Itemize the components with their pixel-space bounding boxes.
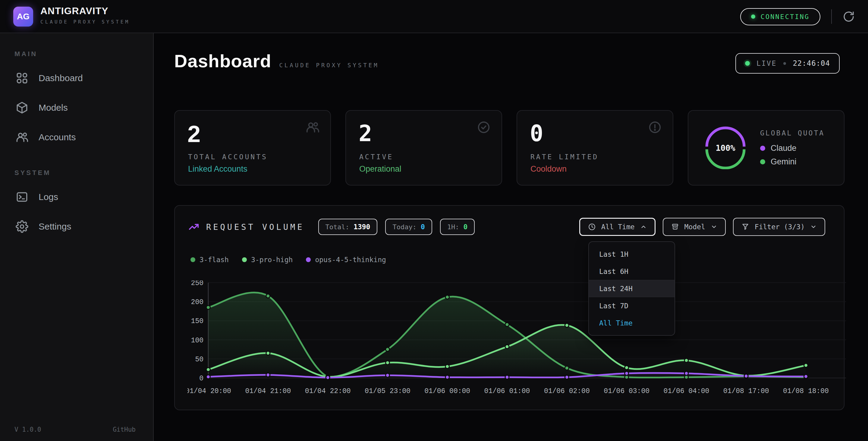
- total-count-badge: Total: 1390: [318, 219, 378, 235]
- dropdown-item-all-time[interactable]: All Time: [589, 314, 675, 331]
- stat-card-active: 2 ACTIVE Operational: [345, 110, 502, 185]
- stat-card-rate-limited: 0 RATE LIMITED Cooldown: [517, 110, 673, 185]
- legend-item-3-pro-high: 3-pro-high: [242, 256, 293, 264]
- sidebar: MAIN Dashboard Models Accounts SYSTEM: [0, 33, 154, 441]
- connection-status-label: CONNECTING: [761, 13, 809, 21]
- stat-value: 2: [359, 120, 372, 146]
- quota-label: GLOBAL QUOTA: [760, 129, 825, 137]
- time-range-button[interactable]: All Time: [579, 218, 655, 236]
- svg-text:01/04 20:00: 01/04 20:00: [187, 387, 231, 395]
- app-title: ANTIGRAVITY: [40, 5, 130, 17]
- main-content: Dashboard CLAUDE PROXY SYSTEM LIVE 22:46…: [154, 33, 868, 441]
- sidebar-section-system: SYSTEM: [14, 169, 153, 177]
- sidebar-item-logs[interactable]: Logs: [0, 182, 153, 212]
- sidebar-item-label: Accounts: [38, 132, 76, 142]
- svg-text:01/08 17:00: 01/08 17:00: [723, 387, 769, 395]
- refresh-icon[interactable]: [843, 10, 855, 23]
- hour-count-badge: 1H: 0: [440, 219, 475, 235]
- svg-text:01/06 04:00: 01/06 04:00: [663, 387, 709, 395]
- live-label: LIVE: [756, 59, 777, 67]
- stat-value: 0: [530, 120, 544, 146]
- check-circle-icon: [477, 120, 491, 134]
- svg-text:250: 250: [191, 281, 204, 287]
- stat-value: 2: [187, 120, 200, 148]
- app-header: AG ANTIGRAVITY CLAUDE PROXY SYSTEM CONNE…: [0, 0, 868, 33]
- users-icon: [16, 131, 28, 144]
- separator-dot-icon: [783, 62, 786, 65]
- sidebar-item-label: Logs: [38, 192, 58, 202]
- dropdown-item-last-24h[interactable]: Last 24H: [589, 280, 675, 297]
- trending-up-icon: [188, 221, 199, 233]
- quota-legend-claude: Claude: [760, 144, 825, 153]
- dropdown-item-last-6h[interactable]: Last 6H: [589, 263, 675, 280]
- clock-icon: [588, 223, 596, 231]
- sidebar-item-label: Settings: [38, 222, 71, 232]
- box-icon: [671, 223, 679, 231]
- legend-item-3-flash: 3-flash: [190, 256, 229, 264]
- sidebar-item-label: Models: [38, 102, 68, 113]
- time-range-dropdown: Last 1H Last 6H Last 24H Last 7D All Tim…: [588, 241, 675, 336]
- sidebar-section-main: MAIN: [14, 50, 153, 58]
- svg-text:50: 50: [195, 356, 204, 363]
- dropdown-item-last-1h[interactable]: Last 1H: [589, 245, 675, 263]
- github-link[interactable]: GitHub: [113, 426, 135, 433]
- series-dot-icon: [306, 257, 311, 262]
- app-subtitle: CLAUDE PROXY SYSTEM: [40, 19, 130, 25]
- series-dot-icon: [190, 257, 195, 262]
- quota-percent: 100%: [704, 126, 747, 169]
- chevron-up-icon: [640, 224, 647, 230]
- svg-text:01/05 23:00: 01/05 23:00: [365, 387, 410, 395]
- svg-text:150: 150: [191, 317, 204, 325]
- chart-title: REQUEST VOLUME: [188, 221, 304, 233]
- svg-text:01/04 22:00: 01/04 22:00: [305, 387, 351, 395]
- funnel-icon: [741, 223, 749, 231]
- terminal-icon: [16, 190, 28, 203]
- live-dot-icon: [745, 61, 750, 66]
- chart-legend: 3-flash 3-pro-high opus-4-5-thinking: [190, 256, 386, 264]
- app-logo: AG: [13, 7, 33, 27]
- grid-icon: [16, 72, 28, 85]
- svg-text:100: 100: [191, 336, 204, 345]
- series-dot-icon: [242, 257, 247, 262]
- cube-icon: [16, 101, 28, 114]
- svg-text:01/04 21:00: 01/04 21:00: [245, 387, 291, 395]
- stat-card-total-accounts: 2 TOTAL ACCOUNTS Linked Accounts: [174, 110, 331, 185]
- filter-button[interactable]: Filter (3/3): [733, 218, 825, 236]
- quota-ring: 100%: [704, 126, 747, 169]
- page-title: Dashboard: [174, 51, 271, 71]
- sidebar-item-dashboard[interactable]: Dashboard: [0, 63, 153, 93]
- svg-text:01/06 03:00: 01/06 03:00: [604, 387, 650, 395]
- sidebar-item-settings[interactable]: Settings: [0, 212, 153, 241]
- connection-status-badge: CONNECTING: [740, 8, 820, 25]
- svg-text:01/06 02:00: 01/06 02:00: [544, 387, 590, 395]
- sidebar-item-accounts[interactable]: Accounts: [0, 122, 153, 152]
- stat-subtext: Cooldown: [530, 165, 567, 174]
- quota-legend-gemini: Gemini: [760, 157, 825, 167]
- header-divider: [831, 9, 832, 24]
- sidebar-item-models[interactable]: Models: [0, 93, 153, 122]
- stat-label: ACTIVE: [359, 153, 393, 161]
- svg-text:01/06 01:00: 01/06 01:00: [484, 387, 530, 395]
- legend-item-opus: opus-4-5-thinking: [306, 256, 386, 264]
- today-count-badge: Today: 0: [385, 219, 432, 235]
- request-volume-chart: 05010015020025001/04 20:0001/04 21:0001/…: [187, 281, 847, 404]
- stat-subtext: Operational: [359, 165, 401, 174]
- request-volume-card: REQUEST VOLUME Total: 1390 Today: 0 1H: …: [174, 205, 844, 410]
- stat-card-global-quota: 100% GLOBAL QUOTA Claude Gemini: [688, 110, 844, 185]
- svg-text:200: 200: [191, 298, 204, 306]
- app-version: V 1.0.0: [14, 426, 41, 433]
- chevron-down-icon: [810, 224, 817, 230]
- dropdown-item-last-7d[interactable]: Last 7D: [589, 297, 675, 314]
- users-icon: [306, 120, 319, 134]
- svg-text:01/06 00:00: 01/06 00:00: [424, 387, 470, 395]
- chevron-down-icon: [711, 224, 717, 230]
- claude-dot-icon: [760, 146, 765, 151]
- stat-subtext: Linked Accounts: [188, 165, 247, 174]
- svg-text:01/08 18:00: 01/08 18:00: [783, 387, 829, 395]
- stat-label: RATE LIMITED: [530, 153, 598, 161]
- gear-icon: [16, 220, 28, 233]
- live-clock: 22:46:04: [793, 59, 830, 67]
- svg-text:0: 0: [199, 375, 204, 382]
- alert-circle-icon: [648, 120, 662, 134]
- model-filter-button[interactable]: Model: [663, 218, 726, 236]
